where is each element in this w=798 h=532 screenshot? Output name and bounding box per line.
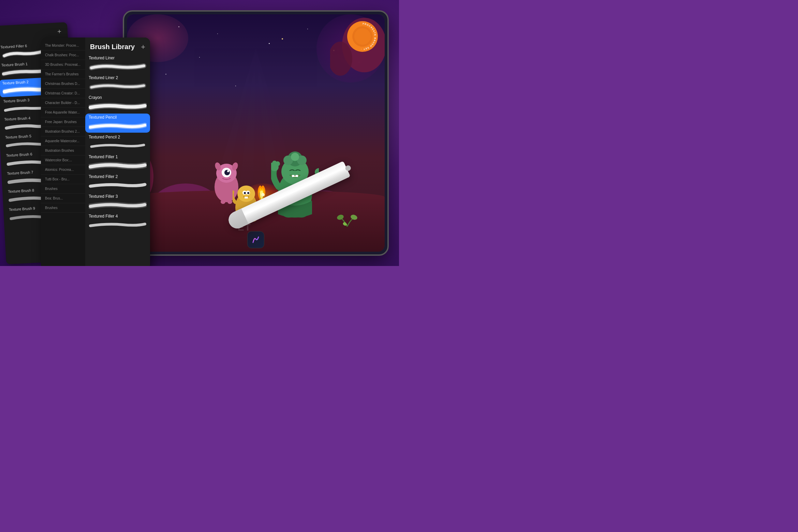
sidebar-item-3[interactable]: The Farmer's Brushes [41, 70, 85, 79]
svg-rect-23 [227, 200, 232, 204]
sidebar-item-7[interactable]: Free Aquarelle Water... [41, 108, 85, 117]
brush-entry-8[interactable]: Textured Filler 4 [85, 212, 150, 232]
procreate-icon[interactable] [247, 231, 264, 248]
sidebar-item-12[interactable]: Watercolor Box:... [41, 156, 85, 165]
sidebar-item-10[interactable]: Aquarelle Watercolor... [41, 136, 85, 146]
sidebar-item-4[interactable]: Christmas Brushes D... [41, 79, 85, 89]
sidebar-item-11[interactable]: Illustration Brushes [41, 146, 85, 156]
sidebar-item-9[interactable]: Illustration Brushes 2... [41, 127, 85, 136]
badge: PROCREATE BRUSH SET · [347, 21, 378, 52]
sidebar-item-17[interactable]: Brushes [41, 203, 85, 213]
plants-bottom [337, 209, 357, 231]
svg-point-36 [244, 192, 246, 194]
library-content: Brush Library + Textured Liner Textured … [85, 38, 150, 266]
library-add-button[interactable]: + [141, 43, 145, 51]
svg-point-56 [354, 28, 371, 45]
sidebar-item-1[interactable]: Chalk Brushes: Proc... [41, 50, 85, 60]
svg-rect-46 [295, 175, 298, 177]
svg-point-53 [295, 211, 307, 218]
svg-rect-22 [221, 200, 225, 204]
sidebar-item-15[interactable]: Brushes [41, 184, 85, 194]
svg-point-51 [275, 161, 280, 166]
svg-point-52 [283, 211, 295, 218]
sidebar-item-14[interactable]: Tutti Box - Bru... [41, 175, 85, 184]
svg-rect-38 [245, 197, 248, 198]
brush-entry-1[interactable]: Textured Liner 2 [85, 74, 150, 93]
svg-point-44 [291, 153, 299, 161]
library-sidebar: The Monster: Procre... Chalk Brushes: Pr… [41, 38, 85, 266]
brush-entry-7[interactable]: Textured Filler 3 [85, 193, 150, 212]
svg-point-37 [247, 192, 249, 194]
brush-entry-5[interactable]: Textured Filler 1 [85, 153, 150, 172]
sidebar-item-2[interactable]: 3D Brushes: Procreat... [41, 60, 85, 70]
back-panel-plus[interactable]: + [57, 28, 62, 36]
brush-entry-0[interactable]: Textured Liner [85, 54, 150, 73]
sidebar-item-6[interactable]: Character Builder - D... [41, 98, 85, 108]
svg-point-28 [261, 193, 265, 196]
brush-entry-6[interactable]: Textured Filler 2 [85, 173, 150, 192]
brush-entry-4[interactable]: Textured Pencil 2 [85, 133, 150, 152]
brush-entry-3[interactable]: Textured Pencil [85, 114, 150, 133]
sidebar-item-5[interactable]: Christmas Creator: D... [41, 89, 85, 98]
brush-entry-2[interactable]: Crayon [85, 94, 150, 113]
sidebar-item-8[interactable]: Free Japan: Brushes [41, 117, 85, 127]
sidebar-item-16[interactable]: Bea: Brus... [41, 194, 85, 203]
sidebar-item-13[interactable]: Atomics: Procrea... [41, 165, 85, 175]
sidebar-item-0[interactable]: The Monster: Procre... [41, 41, 85, 50]
library-header: Brush Library + [85, 38, 150, 54]
svg-point-19 [227, 170, 229, 172]
library-title: Brush Library [90, 43, 135, 51]
svg-point-18 [224, 170, 230, 175]
brush-library-panel: The Monster: Procre... Chalk Brushes: Pr… [41, 38, 150, 266]
svg-rect-45 [292, 175, 295, 177]
